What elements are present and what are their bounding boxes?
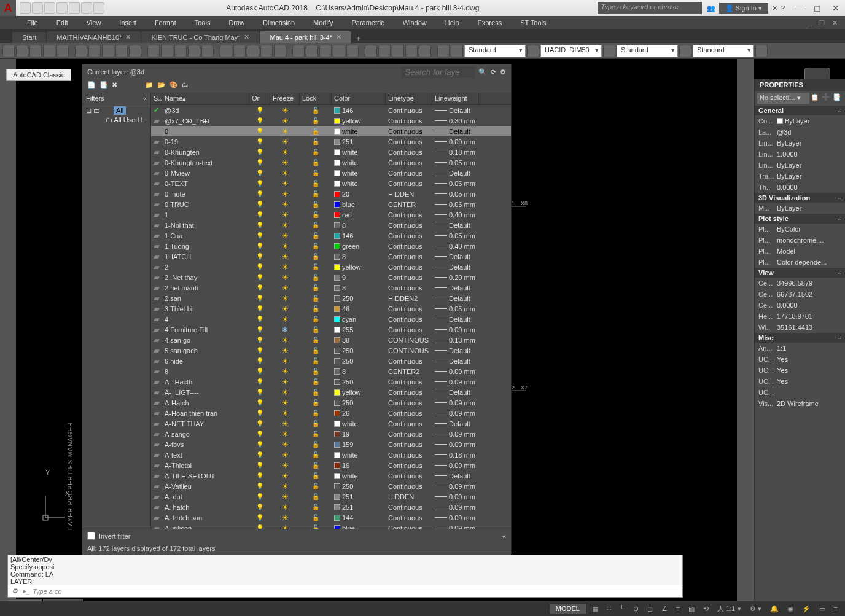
polar-icon[interactable]: ⊕	[631, 604, 641, 614]
modify-button-22[interactable]	[738, 345, 753, 357]
layer-thaw-icon[interactable]: ☀	[282, 305, 289, 313]
workspace-combo[interactable]: AutoCAD Classic	[6, 69, 71, 81]
layer-row[interactable]: ▰2.net manh💡☀🔓8Continuous Default	[151, 283, 511, 293]
layer-thaw-icon[interactable]: ☀	[282, 179, 289, 188]
close-button[interactable]: ✕	[827, 2, 845, 14]
modify-button-15[interactable]	[738, 255, 753, 267]
status-model-button[interactable]: MODEL	[550, 604, 586, 614]
layer-thaw-icon[interactable]: ☀	[282, 315, 289, 324]
layer-lock-icon[interactable]: 🔓	[312, 451, 319, 458]
layer-on-icon[interactable]: 💡	[256, 222, 263, 228]
layer-thaw-icon[interactable]: ☀	[282, 461, 289, 470]
layer-row[interactable]: ▰A-Thietbi💡☀🔓16Continuous 0.09 mm	[151, 460, 511, 470]
layer-name[interactable]: A-TILE-SETOUT	[162, 472, 249, 480]
prop-row[interactable]: Ce...0.0000	[755, 300, 845, 311]
modify-button-2[interactable]	[738, 87, 753, 99]
prop-row[interactable]: Vis...2D Wireframe	[755, 398, 845, 409]
toolbar-button[interactable]	[88, 45, 101, 57]
layer-row[interactable]: ▰8💡☀🔓8CENTER2 0.09 mm	[151, 366, 511, 376]
table-icon[interactable]	[1, 225, 15, 238]
prop-group-header[interactable]: Plot style–	[755, 214, 845, 224]
layer-thaw-icon[interactable]: ☀	[282, 336, 289, 345]
layer-linetype[interactable]: Continuous	[386, 243, 432, 250]
toolbar-button[interactable]	[451, 45, 463, 57]
toolbar-button[interactable]	[2, 45, 15, 57]
layer-thaw-icon[interactable]: ☀	[282, 482, 289, 491]
toolbar-button[interactable]	[392, 45, 404, 57]
polygon-icon[interactable]	[1, 148, 15, 160]
layer-thaw-icon[interactable]: ☀	[282, 169, 289, 177]
layer-row[interactable]: ▰1.Cua💡☀🔓146Continuous 0.05 mm	[151, 230, 511, 241]
otrack-icon[interactable]: ∠	[659, 604, 670, 614]
mdi-minimize-icon[interactable]: _	[805, 19, 814, 27]
layer-lock-icon[interactable]: 🔓	[312, 410, 319, 416]
toolbar-button[interactable]	[188, 45, 200, 57]
layer-lineweight[interactable]: Default	[432, 357, 479, 365]
layer-lock-icon[interactable]: 🔓	[312, 504, 319, 510]
layer-thaw-icon[interactable]: ☀	[282, 106, 289, 115]
layer-lineweight[interactable]: 0.05 mm	[432, 232, 479, 240]
modify-button-25[interactable]	[738, 384, 753, 396]
layer-linetype[interactable]: Continuous	[386, 420, 432, 427]
layer-lock-icon[interactable]: 🔓	[312, 159, 319, 166]
menu-help[interactable]: Help	[437, 17, 468, 28]
layer-on-icon[interactable]: 💡	[256, 326, 263, 333]
layer-color[interactable]: blue	[332, 201, 386, 208]
toolbar-button[interactable]	[233, 45, 246, 57]
modify-button-21[interactable]	[738, 332, 753, 345]
layer-on-icon[interactable]: 💡	[256, 316, 263, 322]
layer-lineweight[interactable]: Default	[432, 253, 479, 260]
layer-lineweight[interactable]: 0.09 mm	[432, 399, 479, 407]
layer-linetype[interactable]: Continuous	[386, 524, 432, 529]
menu-format[interactable]: Format	[146, 17, 185, 28]
layer-row[interactable]: ▰4.san go💡☀🔓38CONTINOUS 0.13 mm	[151, 335, 511, 345]
layer-thaw-icon[interactable]: ☀	[282, 117, 289, 125]
spline-icon[interactable]	[1, 187, 15, 199]
tab-doc-1[interactable]: MAITHIVANANHB10*✕	[47, 31, 141, 43]
layer-linetype[interactable]: Continuous	[386, 441, 432, 448]
modify-button-4[interactable]	[738, 113, 753, 125]
menu-window[interactable]: Window	[394, 17, 435, 28]
layer-lineweight[interactable]: 0.09 mm	[432, 431, 479, 438]
layer-row[interactable]: ✔@3d💡☀🔓146Continuous Default	[151, 105, 511, 115]
layer-thaw-icon[interactable]: ☀	[282, 419, 289, 428]
layer-thaw-icon[interactable]: ☀	[282, 148, 289, 157]
layer-name[interactable]: A. silicon	[162, 524, 249, 529]
settings-icon[interactable]: ⚙	[500, 68, 506, 76]
layer-linetype[interactable]: Continuous	[386, 149, 432, 156]
layer-lock-icon[interactable]: 🔓	[312, 483, 319, 489]
layer-color[interactable]: 19	[332, 431, 386, 438]
layer-lock-icon[interactable]: 🔓	[312, 462, 319, 469]
toolbar-button[interactable]	[419, 45, 431, 57]
layer-lineweight[interactable]: Default	[432, 420, 479, 427]
layer-linetype[interactable]: Continuous	[386, 357, 432, 365]
layer-on-icon[interactable]: 💡	[256, 493, 263, 500]
hardware-accel-icon[interactable]: ⚡	[800, 604, 813, 614]
layer-lock-icon[interactable]: 🔓	[312, 149, 319, 155]
layer-lock-icon[interactable]: 🔓	[312, 347, 319, 354]
layer-on-icon[interactable]: 💡	[256, 159, 263, 166]
layer-color[interactable]: 8	[332, 284, 386, 292]
layer-lineweight[interactable]: Default	[432, 295, 479, 302]
modify-button-9[interactable]	[738, 177, 753, 190]
tab-new-icon[interactable]: ＋	[352, 34, 365, 43]
layer-row[interactable]: ▰A-Vatlieu💡☀🔓250Continuous 0.09 mm	[151, 481, 511, 491]
layer-search-input[interactable]	[401, 66, 475, 78]
layer-thaw-icon[interactable]: ☀	[282, 524, 289, 529]
qat-saveas-icon[interactable]	[56, 2, 68, 14]
app-logo[interactable]: A	[0, 0, 16, 16]
layer-lineweight[interactable]: 0.40 mm	[432, 211, 479, 219]
layer-row[interactable]: ▰A. dut💡☀🔓251HIDDEN 0.09 mm	[151, 491, 511, 502]
layer-lineweight[interactable]: 0.05 mm	[432, 201, 479, 208]
toolbar-button[interactable]	[405, 45, 418, 57]
layer-name[interactable]: A. hatch	[162, 504, 249, 511]
layer-linetype[interactable]: HIDDEN	[386, 190, 432, 198]
layer-name[interactable]: A - Hacth	[162, 378, 249, 386]
layer-row[interactable]: ▰@x7_CĐ_TBĐ💡☀🔓yellowContinuous 0.30 mm	[151, 115, 511, 126]
layer-lineweight[interactable]: 0.05 mm	[432, 305, 479, 313]
layer-lock-icon[interactable]: 🔓	[312, 524, 319, 529]
prop-group-header[interactable]: 3D Visualization–	[755, 193, 845, 203]
layer-lock-icon[interactable]: 🔓	[312, 378, 319, 385]
ortho-icon[interactable]: └	[617, 604, 627, 614]
layer-row[interactable]: ▰1-Noi that💡☀🔓8Continuous Default	[151, 220, 511, 230]
